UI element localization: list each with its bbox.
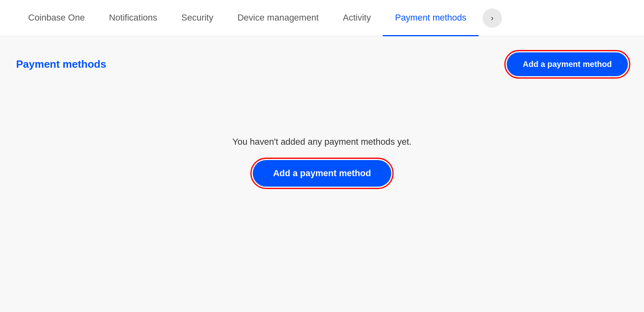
section-title: Payment methods — [16, 58, 106, 71]
nav-item-coinbase-one[interactable]: Coinbase One — [16, 0, 97, 36]
nav-item-activity[interactable]: Activity — [331, 0, 383, 36]
nav-item-payment-methods[interactable]: Payment methods — [383, 0, 478, 36]
add-payment-method-button-center[interactable]: Add a payment method — [253, 160, 391, 187]
empty-state-text: You haven't added any payment methods ye… — [233, 137, 412, 147]
empty-state: You haven't added any payment methods ye… — [16, 137, 628, 187]
main-content: Payment methods Add a payment method You… — [0, 36, 644, 312]
nav-more-button[interactable]: › — [483, 8, 502, 28]
add-payment-method-button-top[interactable]: Add a payment method — [507, 52, 628, 76]
nav-item-security[interactable]: Security — [169, 0, 225, 36]
top-nav: Coinbase One Notifications Security Devi… — [0, 0, 644, 36]
nav-item-device-management[interactable]: Device management — [225, 0, 331, 36]
section-header: Payment methods Add a payment method — [16, 52, 628, 76]
page-wrapper: Coinbase One Notifications Security Devi… — [0, 0, 644, 312]
nav-item-notifications[interactable]: Notifications — [97, 0, 169, 36]
